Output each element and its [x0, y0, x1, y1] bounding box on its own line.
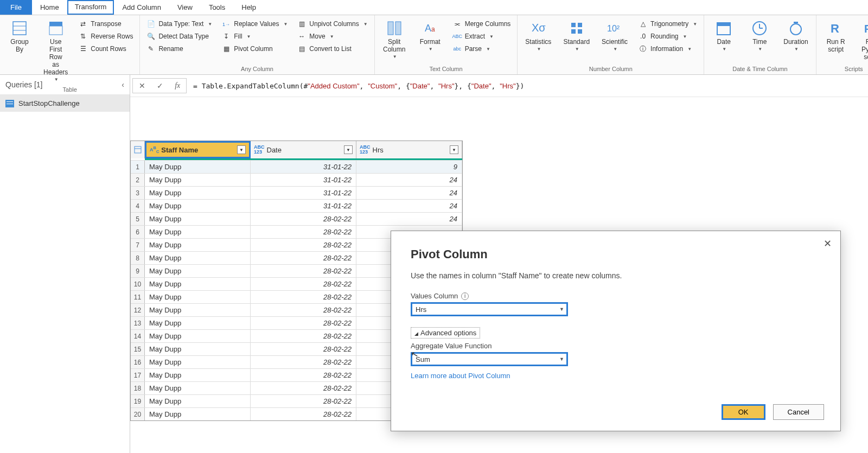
date-button[interactable]: Date▼: [709, 17, 739, 54]
run-python-button[interactable]: PyRun Python script: [857, 17, 868, 63]
menu-file[interactable]: File: [0, 0, 32, 15]
extract-button[interactable]: ABCExtract▼: [451, 31, 513, 42]
split-column-button[interactable]: Split Column▼: [379, 17, 410, 61]
fill-button[interactable]: ↧Fill▼: [220, 31, 290, 42]
accept-formula-icon[interactable]: ✓: [157, 81, 163, 90]
cell-staff: May Dupp: [145, 213, 251, 225]
cancel-button[interactable]: Cancel: [773, 404, 824, 420]
trigonometry-button[interactable]: △Trigonometry▼: [636, 18, 699, 29]
cell-date: 28-02-22: [251, 317, 356, 329]
reverse-label: Reverse Rows: [91, 33, 133, 40]
replace-values-button[interactable]: 1→2Replace Values▼: [220, 18, 290, 29]
select-value: Sum: [416, 355, 430, 363]
move-button[interactable]: ↔Move▼: [295, 31, 369, 42]
row-number: 5: [131, 213, 145, 225]
pivot-column-dialog: ✕ Pivot Column Use the names in column "…: [391, 231, 841, 431]
pivot-column-button[interactable]: ▦Pivot Column: [220, 43, 290, 54]
query-item[interactable]: StartStopChallenge: [0, 95, 130, 112]
menu-help[interactable]: Help: [233, 0, 264, 15]
convert-list-button[interactable]: ▤Convert to List: [295, 43, 369, 54]
transpose-button[interactable]: ⇄Transpose: [76, 18, 135, 29]
cell-date: 31-01-22: [251, 187, 356, 199]
merge-columns-button[interactable]: ⫘Merge Columns: [451, 18, 513, 29]
column-filter-dropdown[interactable]: ▼: [344, 145, 353, 154]
table-row[interactable]: 3May Dupp31-01-2224: [131, 186, 462, 199]
menu-tools[interactable]: Tools: [201, 0, 233, 15]
cell-date: 28-02-22: [251, 213, 356, 225]
extract-label: Extract: [465, 33, 485, 40]
column-header-hrs[interactable]: ABC123 Hrs ▼: [356, 141, 462, 158]
dropdown-icon: ▼: [794, 47, 799, 52]
rename-button[interactable]: ✎Rename: [144, 43, 214, 54]
unpivot-label: Unpivot Columns: [309, 20, 359, 28]
scientific-button[interactable]: 10² Scientific▼: [598, 17, 631, 54]
duration-button[interactable]: Duration▼: [780, 17, 811, 54]
advanced-options-toggle[interactable]: ◢Advanced options: [411, 327, 480, 339]
table-row[interactable]: 5May Dupp28-02-2224: [131, 212, 462, 225]
merge-label: Merge Columns: [465, 20, 511, 28]
format-button[interactable]: Aa Format▼: [415, 17, 445, 54]
detect-type-button[interactable]: 🔍Detect Data Type: [144, 31, 214, 42]
ok-button[interactable]: OK: [722, 404, 765, 420]
select-all-corner[interactable]: [131, 141, 145, 158]
info-icon[interactable]: i: [461, 292, 469, 300]
svg-text:1→2: 1→2: [222, 22, 230, 27]
menu-home[interactable]: Home: [32, 0, 67, 15]
parse-button[interactable]: abcParse▼: [451, 43, 513, 54]
statistics-button[interactable]: Χσ Statistics▼: [522, 17, 554, 54]
column-filter-dropdown[interactable]: ▼: [237, 145, 246, 154]
table-row[interactable]: 4May Dupp31-01-2224: [131, 199, 462, 212]
aggregate-label: Aggregate Value Function: [411, 342, 821, 350]
information-button[interactable]: ⓘInformation▼: [636, 43, 699, 54]
close-icon[interactable]: ✕: [824, 238, 832, 250]
standard-button[interactable]: Standard▼: [560, 17, 593, 54]
cell-date: 28-02-22: [251, 330, 356, 342]
svg-text:Py: Py: [864, 23, 868, 35]
cell-date: 28-02-22: [251, 395, 356, 407]
count-rows-button[interactable]: ☰Count Rows: [76, 43, 135, 54]
parse-icon: abc: [453, 44, 462, 53]
aggregate-function-select[interactable]: Sum▼: [411, 352, 568, 366]
time-label: Time: [752, 38, 767, 46]
dropdown-icon: ▼: [429, 47, 433, 52]
fx-icon[interactable]: fx: [175, 81, 180, 90]
cell-staff: May Dupp: [145, 317, 251, 329]
data-type-button[interactable]: 📄Data Type: Text▼: [144, 18, 214, 29]
replace-label: Replace Values: [234, 20, 279, 28]
unpivot-button[interactable]: ▥Unpivot Columns▼: [295, 18, 369, 29]
cell-date: 28-02-22: [251, 356, 356, 368]
date-label: Date: [717, 38, 731, 46]
table-row[interactable]: 2May Dupp31-01-2224: [131, 173, 462, 186]
values-column-select[interactable]: Hrs▼: [411, 302, 568, 316]
run-r-button[interactable]: RRun R script: [821, 17, 851, 55]
menu-transform[interactable]: Transform: [67, 0, 114, 15]
cell-date: 28-02-22: [251, 226, 356, 238]
column-header-staff[interactable]: ABC Staff Name ▼: [145, 141, 251, 158]
menu-view[interactable]: View: [169, 0, 201, 15]
move-icon: ↔: [297, 32, 306, 41]
group-by-button[interactable]: Group By: [4, 17, 35, 55]
table-row[interactable]: 1May Dupp31-01-229: [131, 160, 462, 173]
py-label: Run Python script: [860, 38, 868, 61]
dropdown-icon: ▼: [693, 22, 697, 27]
menu-add-column[interactable]: Add Column: [114, 0, 169, 15]
time-button[interactable]: Time▼: [744, 17, 775, 54]
svg-rect-14: [578, 29, 582, 34]
learn-more-link[interactable]: Learn more about Pivot Column: [411, 372, 510, 380]
dropdown-icon: ▼: [363, 22, 368, 27]
group-label-number-column: Number Column: [522, 63, 699, 74]
reverse-rows-button[interactable]: ⇅Reverse Rows: [76, 31, 135, 42]
formula-bar: ✕ ✓ fx = Table.ExpandTableColumn(#"Added…: [130, 75, 868, 97]
cell-staff: May Dupp: [145, 382, 251, 394]
group-label-scripts: Scripts: [821, 63, 868, 74]
first-row-headers-button[interactable]: Use First Row as Headers ▼: [40, 17, 71, 84]
trig-icon: △: [639, 20, 647, 28]
reverse-icon: ⇅: [79, 32, 87, 41]
group-label-datetime: Date & Time Column: [709, 63, 811, 74]
rounding-button[interactable]: .0Rounding▼: [636, 31, 699, 42]
column-header-date[interactable]: ABC123 Date ▼: [251, 141, 356, 158]
cancel-formula-icon[interactable]: ✕: [139, 81, 145, 90]
scientific-label: Scientific: [602, 38, 628, 46]
column-filter-dropdown[interactable]: ▼: [450, 145, 458, 154]
formula-text[interactable]: = Table.ExpandTableColumn(#"Added Custom…: [193, 82, 866, 90]
